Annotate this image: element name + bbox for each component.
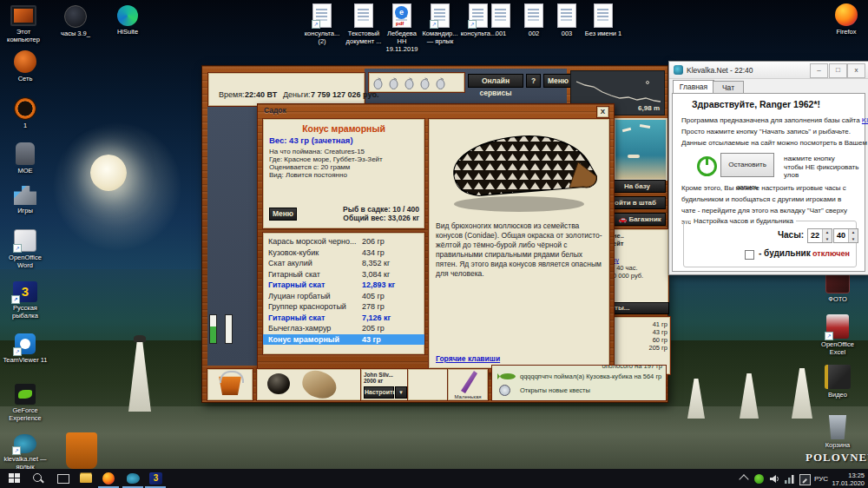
- maximize-icon[interactable]: □: [829, 63, 847, 78]
- desktop-icon-pdf[interactable]: epdf Лебедева НН 19.11.2019: [382, 3, 422, 53]
- fish-list-row[interactable]: Гитарный скат3,084 кг: [263, 269, 424, 280]
- lure-slot[interactable]: Маленькая: [447, 368, 489, 401]
- bait-slot[interactable]: [256, 368, 362, 401]
- desktop-icon-oo-excel[interactable]: ↗ OpenOffice Excel: [814, 314, 861, 356]
- desktop-icon-doc[interactable]: Без имени 1: [583, 3, 623, 37]
- desktop-icon-oo-word[interactable]: ↗ OpenOffice Word: [2, 229, 49, 269]
- clock-date[interactable]: 17.01.2020: [826, 479, 865, 487]
- configure-button[interactable]: Настроить: [364, 386, 394, 399]
- rf3-taskbar-icon[interactable]: 3: [149, 472, 162, 485]
- mice-panel: [368, 72, 465, 93]
- fish-list-row[interactable]: Луциан горбатый405 гр: [263, 291, 424, 302]
- mouse-icon[interactable]: [419, 76, 431, 89]
- task-view-icon[interactable]: [57, 474, 69, 484]
- hotkeys-link[interactable]: Горячие клавиши: [436, 354, 500, 363]
- taskbar: 3 РУС 13:25 17.01.2020: [0, 469, 868, 488]
- tray-chevron-icon[interactable]: [739, 474, 748, 484]
- firefox-taskbar-icon[interactable]: [102, 472, 115, 485]
- desktop-icon-games[interactable]: Игры: [2, 186, 49, 214]
- fish-title: Конус мраморный: [263, 123, 424, 134]
- dialog-menu-button[interactable]: Меню: [269, 208, 297, 221]
- minimize-icon[interactable]: –: [810, 63, 828, 78]
- bucket-slot[interactable]: [207, 368, 253, 401]
- time-value: 22:40 ВТ: [245, 90, 277, 99]
- cone-shell-image: [439, 124, 599, 218]
- search-icon[interactable]: [33, 473, 42, 482]
- minimap[interactable]: [614, 118, 667, 181]
- close-icon[interactable]: X: [596, 106, 609, 118]
- desktop-icon-doc[interactable]: 003: [548, 3, 586, 37]
- spin-down-icon: ▼: [849, 236, 858, 243]
- backpack-icon: [16, 142, 35, 165]
- klevalka-titlebar[interactable]: Klevalka.Net - 22:40 – □ x: [669, 62, 868, 79]
- trunk-button[interactable]: 🚗 Багажник: [614, 213, 666, 226]
- mouse-icon[interactable]: [372, 76, 384, 89]
- desktop-icon-network[interactable]: Сеть: [2, 50, 49, 82]
- fish-message-icon: [497, 373, 516, 380]
- mouse-icon[interactable]: [435, 76, 446, 89]
- network-sphere-icon: [14, 50, 36, 73]
- rod-slot[interactable]: John Silv... 2000 кг Настроить ▼: [360, 368, 409, 401]
- document-icon: ↗: [312, 3, 332, 28]
- volume-icon[interactable]: [770, 474, 780, 484]
- intro-line2: Просто нажмите кнопку "Начать запись" и …: [681, 128, 851, 135]
- desktop-icon-1[interactable]: 1: [2, 97, 49, 129]
- desktop-icon-klevalka[interactable]: ↗ klevalka.net — ярлык: [2, 434, 49, 471]
- hours-stepper[interactable]: 22▲▼: [807, 228, 832, 243]
- document-icon: [557, 3, 576, 28]
- desktop-icon-doc[interactable]: Текстовый документ ...: [344, 3, 384, 45]
- online-services-button[interactable]: Онлайн сервисы: [468, 74, 523, 88]
- klevalka-content: Здравствуйте, Ranger 1962*! Программа пр…: [672, 93, 865, 272]
- desktop-icon-shortcut[interactable]: ↗ Командир... — ярлык: [420, 3, 460, 45]
- minutes-stepper[interactable]: 40▲▼: [833, 228, 858, 243]
- network-icon[interactable]: [785, 475, 795, 484]
- document-icon: [524, 3, 543, 28]
- catch-item: 41 гр: [614, 320, 667, 328]
- fish-detail: Где: Красное море, Губбет-Эз-Зейт: [269, 155, 383, 163]
- tab-chat[interactable]: Чат: [713, 81, 744, 94]
- alarm-checkbox[interactable]: [745, 250, 754, 260]
- fish-list-row-selected[interactable]: Конус мраморный43 гр: [263, 334, 424, 346]
- fish-list-row[interactable]: Скат акулий8,352 кг: [263, 258, 424, 269]
- desktop-icon-teamviewer[interactable]: ↗ TeamViewer 11: [2, 333, 49, 364]
- tab-main[interactable]: Главная: [673, 80, 714, 94]
- fish-list-row[interactable]: Гитарный скат12,893 кг: [263, 280, 424, 291]
- clock-time[interactable]: 13:25: [832, 472, 865, 479]
- desktop-icon-hisuite[interactable]: HiSuite: [104, 5, 151, 36]
- start-button[interactable]: [9, 473, 20, 483]
- collapse-icon[interactable]: ▼: [395, 386, 407, 399]
- gauge-bar: [209, 314, 217, 344]
- fish-list-row[interactable]: Гитарный скат7,126 кг: [263, 313, 424, 324]
- empty-slot[interactable]: [407, 368, 449, 401]
- klevalka-taskbar-icon[interactable]: [127, 473, 140, 484]
- fish-list-row[interactable]: Группер красноротый278 гр: [263, 301, 424, 313]
- ime-tray-icon[interactable]: [799, 474, 811, 485]
- recycle-bin-icon: [827, 415, 848, 439]
- fish-list[interactable]: Карась морской черно...206 гр Кузовок-ку…: [262, 232, 425, 355]
- desktop-icon-moe[interactable]: МОЕ: [2, 142, 49, 175]
- fish-list-row[interactable]: Бычеглаз-хамрур205 гр: [263, 323, 424, 334]
- fish-detail: Вид: Ловится постоянно: [269, 171, 347, 179]
- fish-list-row[interactable]: Карась морской черно...206 гр: [263, 236, 424, 247]
- sidebar-cut-button[interactable]: ты...: [610, 302, 669, 314]
- stop-recording-button[interactable]: Остановить запись: [720, 153, 774, 177]
- mouse-icon[interactable]: [388, 76, 399, 89]
- antivirus-tray-icon[interactable]: [754, 474, 764, 484]
- klevalka-site-link[interactable]: Klevalka.Net: [862, 116, 868, 124]
- help-button[interactable]: ?: [526, 74, 541, 88]
- desktop-icon-recycle-bin[interactable]: Корзина: [814, 415, 861, 449]
- to-base-button[interactable]: На базу: [608, 180, 666, 193]
- desktop-icon-doc[interactable]: ↗ консульта... (2): [302, 3, 342, 45]
- info-link[interactable]: ку: [613, 256, 667, 264]
- menu-button[interactable]: Меню: [543, 74, 573, 88]
- close-icon[interactable]: x: [847, 63, 865, 78]
- fish-list-row[interactable]: Кузовок-кубик434 гр: [263, 247, 424, 259]
- desktop-icon-rf3[interactable]: 3↗ Русская рыбалка: [2, 281, 49, 320]
- desktop-icon-firefox[interactable]: Firefox: [823, 3, 868, 36]
- mouse-icon[interactable]: [404, 76, 415, 89]
- desktop-icon-video[interactable]: Видео: [814, 365, 861, 399]
- desktop-icon-geforce[interactable]: GeForce Experience: [2, 384, 49, 422]
- desktop-icon-clock[interactable]: часы 3.9_: [52, 5, 99, 37]
- file-explorer-icon[interactable]: [80, 474, 92, 483]
- desktop-icon-computer[interactable]: Этот компьютер: [0, 5, 47, 43]
